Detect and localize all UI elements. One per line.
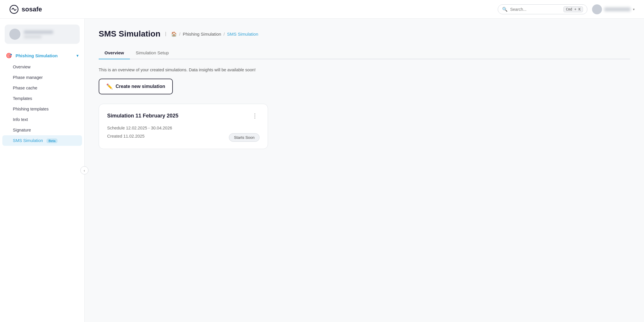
- sidebar-item-info-text[interactable]: Info text: [2, 114, 82, 125]
- simulation-card-title: Simulation 11 February 2025: [107, 113, 178, 119]
- sidebar-profile-sub: [24, 35, 41, 38]
- sidebar-avatar: [9, 29, 20, 40]
- beta-badge: Beta: [46, 139, 58, 143]
- breadcrumb-sms-simulation: SMS Simulation: [227, 32, 258, 37]
- simulation-card-header: Simulation 11 February 2025 ⋮: [107, 112, 260, 119]
- simulation-options-button[interactable]: ⋮: [250, 112, 260, 119]
- user-avatar: [592, 4, 602, 14]
- search-kbd-hint: Cmd + K: [563, 6, 583, 12]
- sidebar-item-templates[interactable]: Templates: [2, 93, 82, 104]
- status-badge: Starts Soon: [229, 133, 260, 142]
- breadcrumb-sep-1: /: [179, 32, 180, 37]
- sidebar-profile-card: [5, 25, 80, 44]
- search-icon: 🔍: [502, 7, 508, 12]
- tabs-row: Overview Simulation Setup: [99, 47, 630, 59]
- collapse-icon: ‹: [84, 168, 85, 173]
- tab-simulation-setup[interactable]: Simulation Setup: [130, 47, 175, 59]
- layout: 🎯 Phishing Simulation ▾ Overview Phase m…: [0, 19, 644, 322]
- user-name-blurred: [604, 7, 631, 11]
- user-avatar-area[interactable]: ▾: [592, 4, 635, 14]
- topnav-right: 🔍 Cmd + K ▾: [498, 4, 635, 14]
- simulation-created: Created 11.02.2025: [107, 134, 145, 139]
- overview-description: This is an overview of your created simu…: [99, 67, 630, 72]
- sidebar-item-overview[interactable]: Overview: [2, 62, 82, 72]
- logo-area: sosafe: [9, 5, 42, 14]
- sidebar-section-phishing[interactable]: 🎯 Phishing Simulation ▾: [0, 50, 84, 62]
- sidebar-item-phishing-templates[interactable]: Phishing templates: [2, 104, 82, 114]
- create-button-label: Create new simulation: [116, 84, 165, 89]
- create-icon: ✏️: [106, 83, 113, 90]
- breadcrumb: 🏠 / Phishing Simulation / SMS Simulation: [171, 31, 258, 37]
- sidebar-item-phase-cache[interactable]: Phase cache: [2, 83, 82, 93]
- page-header: SMS Simulation | 🏠 / Phishing Simulation…: [99, 29, 630, 39]
- sidebar-item-signature[interactable]: Signature: [2, 125, 82, 135]
- tab-overview[interactable]: Overview: [99, 47, 130, 59]
- breadcrumb-phishing-simulation[interactable]: Phishing Simulation: [183, 32, 221, 37]
- rocket-icon: 🎯: [6, 53, 12, 58]
- breadcrumb-sep-2: /: [224, 32, 225, 37]
- logo-icon: [9, 5, 19, 14]
- chevron-down-icon: ▾: [633, 7, 635, 11]
- sidebar-item-phase-manager[interactable]: Phase manager: [2, 72, 82, 83]
- sidebar-collapse-button[interactable]: ‹: [80, 166, 88, 174]
- sidebar-profile-name: [24, 30, 53, 34]
- topnav: sosafe 🔍 Cmd + K ▾: [0, 0, 644, 19]
- sidebar: 🎯 Phishing Simulation ▾ Overview Phase m…: [0, 19, 85, 322]
- logo-text: sosafe: [22, 6, 42, 13]
- simulation-schedule: Schedule 12.02.2025 - 30.04.2026: [107, 126, 260, 130]
- search-input[interactable]: [510, 7, 561, 12]
- sidebar-item-sms-simulation[interactable]: SMS Simulation Beta: [2, 135, 82, 146]
- main-content: SMS Simulation | 🏠 / Phishing Simulation…: [85, 19, 644, 322]
- sidebar-section-label: Phishing Simulation: [15, 53, 58, 58]
- sidebar-profile-info: [24, 30, 53, 38]
- simulation-card: Simulation 11 February 2025 ⋮ Schedule 1…: [99, 104, 268, 149]
- sidebar-chevron-down-icon: ▾: [76, 53, 79, 58]
- simulation-card-bottom: Created 11.02.2025 Starts Soon: [107, 133, 260, 142]
- page-title: SMS Simulation: [99, 29, 161, 39]
- header-separator: |: [165, 31, 166, 37]
- breadcrumb-home-icon[interactable]: 🏠: [171, 31, 177, 37]
- search-box[interactable]: 🔍 Cmd + K: [498, 4, 587, 14]
- create-simulation-button[interactable]: ✏️ Create new simulation: [99, 79, 173, 94]
